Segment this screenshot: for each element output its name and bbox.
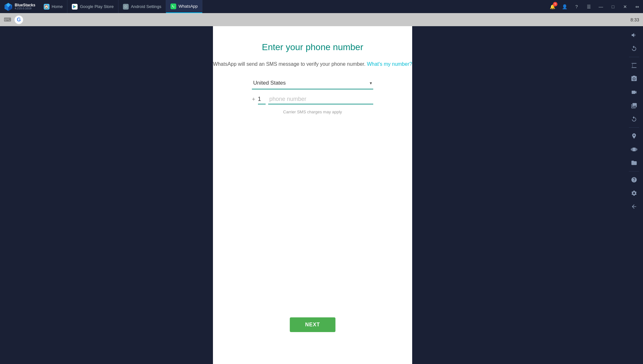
country-name: United States <box>253 80 286 86</box>
main-area: Enter your phone number WhatsApp will se… <box>0 26 643 364</box>
help-button[interactable]: ? <box>571 0 582 13</box>
form-container: United States ▾ + 1 Carrier SMS charges … <box>252 77 373 114</box>
sidebar-refresh-icon[interactable] <box>627 113 641 125</box>
country-selector[interactable]: United States ▾ <box>252 77 373 89</box>
country-code: 1 <box>258 95 266 104</box>
account-button[interactable]: 👤 <box>559 0 570 13</box>
phone-number-input[interactable] <box>268 95 373 104</box>
home-tab-icon: 🏠 <box>44 4 49 10</box>
second-bar-left: ⌨ G <box>4 15 23 24</box>
sidebar-settings-icon[interactable] <box>627 187 641 200</box>
tab-play-store[interactable]: Google Play Store <box>67 0 118 13</box>
title-bar: BlueStacks 4.215.0.1019 🏠 Home Google Pl… <box>0 0 643 13</box>
sidebar-camera-icon[interactable] <box>627 72 641 85</box>
maximize-button[interactable]: □ <box>607 0 619 13</box>
keyboard-icon: ⌨ <box>4 17 11 23</box>
android-settings-tab-icon: ⚙ <box>123 4 129 10</box>
sidebar-divider-1 <box>629 57 639 57</box>
sidebar-screenshot-icon[interactable] <box>627 59 641 72</box>
sidebar-files-icon[interactable] <box>627 156 641 169</box>
menu-button[interactable]: ☰ <box>583 0 594 13</box>
sidebar-gallery-icon[interactable] <box>627 99 641 112</box>
bluestacks-brand-text: BlueStacks 4.215.0.1019 <box>15 3 35 10</box>
dropdown-arrow-icon: ▾ <box>370 80 372 86</box>
right-sidebar <box>625 26 643 364</box>
sidebar-vibrate-icon[interactable] <box>627 143 641 156</box>
app-content: Enter your phone number WhatsApp will se… <box>213 26 412 364</box>
sidebar-help-icon[interactable] <box>627 173 641 186</box>
brand-version: 4.215.0.1019 <box>15 7 35 10</box>
tab-android-label: Android Settings <box>131 4 161 9</box>
whatsapp-tab-icon <box>170 4 176 9</box>
bluestacks-logo-icon <box>4 2 13 11</box>
tab-whatsapp-label: WhatsApp <box>178 4 198 9</box>
time-display: 8:33 <box>631 17 639 22</box>
phone-input-row: + 1 <box>252 95 373 104</box>
sidebar-location-icon[interactable] <box>627 130 641 142</box>
sidebar-rotate-icon[interactable] <box>627 42 641 55</box>
play-store-tab-icon <box>72 4 78 10</box>
next-button[interactable]: NEXT <box>290 317 336 332</box>
sidebar-divider-3 <box>629 171 639 171</box>
tab-home[interactable]: 🏠 Home <box>39 0 68 13</box>
plus-sign: + <box>252 96 255 103</box>
close-button[interactable]: ✕ <box>619 0 631 13</box>
bluestacks-logo: BlueStacks 4.215.0.1019 <box>0 0 39 13</box>
tab-home-label: Home <box>52 4 63 9</box>
google-account-icon[interactable]: G <box>14 15 23 24</box>
title-bar-controls: 🔔 👤 ? ☰ — □ ✕ ⇔ <box>547 0 643 13</box>
notification-button[interactable]: 🔔 <box>547 0 558 13</box>
tab-play-store-label: Google Play Store <box>80 4 114 9</box>
svg-point-5 <box>171 4 176 8</box>
second-bar: ⌨ G 8:33 <box>0 13 643 26</box>
whats-my-number-link[interactable]: What's my number? <box>367 61 412 67</box>
tab-whatsapp[interactable]: WhatsApp <box>166 0 202 13</box>
sidebar-divider-2 <box>629 127 639 128</box>
tab-android-settings[interactable]: ⚙ Android Settings <box>118 0 166 13</box>
expand-button[interactable]: ⇔ <box>632 0 643 13</box>
sidebar-back-icon[interactable] <box>627 200 641 213</box>
subtitle-text: WhatsApp will send an SMS message to ver… <box>213 61 412 67</box>
next-button-container: NEXT <box>290 317 336 332</box>
minimize-button[interactable]: — <box>595 0 607 13</box>
title-bar-left: BlueStacks 4.215.0.1019 🏠 Home Google Pl… <box>0 0 202 13</box>
app-area-wrapper: Enter your phone number WhatsApp will se… <box>0 26 625 364</box>
page-title: Enter your phone number <box>262 42 363 52</box>
sidebar-volume-icon[interactable] <box>627 29 641 42</box>
sidebar-video-icon[interactable] <box>627 86 641 99</box>
subtitle-prefix: WhatsApp will send an SMS message to ver… <box>213 61 366 67</box>
sms-notice: Carrier SMS charges may apply <box>283 110 342 114</box>
